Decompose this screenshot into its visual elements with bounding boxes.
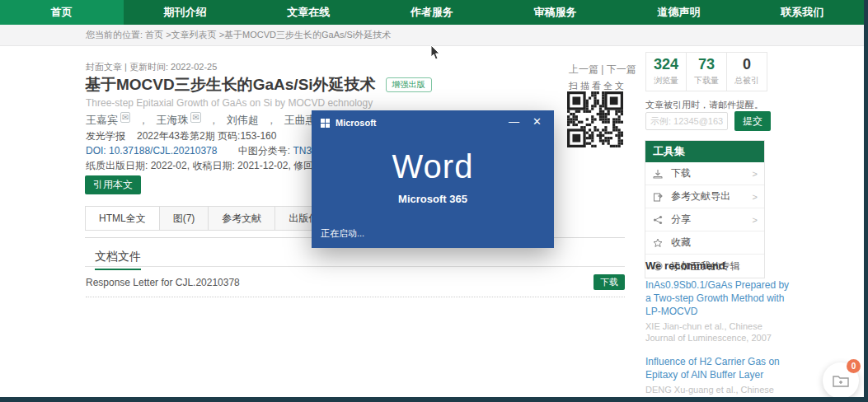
album-count-badge: 0	[847, 359, 861, 373]
journal-issue: 2022年43卷第2期 页码:153-160	[137, 130, 276, 142]
article-tabs: HTML全文图(7)参考文献出版信息	[85, 206, 342, 231]
submit-button[interactable]: 提交	[734, 111, 771, 131]
microsoft-logo-icon	[321, 119, 330, 128]
recommend-list: InAs0.9Sb0.1/GaAs Prepared by a Two-step…	[645, 278, 792, 402]
stat-value: 0	[743, 57, 751, 73]
author-link[interactable]: 王海珠	[156, 114, 188, 126]
scan-fulltext-label: 扫描看全文	[569, 80, 626, 92]
recommend-item-1: InAs0.9Sb0.1/GaAs Prepared by a Two-step…	[645, 278, 792, 344]
author-separator: ，	[266, 114, 277, 126]
stat-cell-2: 73下载量	[687, 53, 727, 91]
author-separator: ，	[209, 114, 219, 126]
article-meta: 封面文章 | 更新时间: 2022-02-25	[86, 61, 217, 73]
recommend-section-title: We recommend	[645, 259, 725, 272]
breadcrumb-text: 您当前的位置: 首页 >文章列表页 >基于MOCVD三步生长的GaAs/Si外延…	[86, 29, 391, 41]
email-icon[interactable]: ✉	[190, 112, 200, 123]
window-frame-right	[864, 0, 868, 402]
tool-label: 参考文献导出	[671, 189, 753, 203]
tool-item-4[interactable]: 收藏	[645, 231, 764, 255]
tool-item-2[interactable]: 参考文献导出>	[645, 185, 764, 208]
citation-alert-text: 文章被引用时，请邮件提醒。	[645, 99, 763, 111]
stat-label: 总被引	[734, 75, 759, 86]
author-separator: ，	[138, 114, 148, 126]
tool-label: 收藏	[671, 236, 758, 250]
minimize-icon[interactable]: —	[509, 115, 519, 128]
share-icon	[652, 214, 664, 226]
author-link[interactable]: 王嘉宾	[86, 114, 118, 126]
word-titlebar: Microsoft	[321, 118, 377, 128]
recommend-article-link[interactable]: Influence of H2 Carrier Gas on Epitaxy o…	[645, 355, 792, 381]
nav-item-2[interactable]: 期刊介绍	[124, 0, 247, 25]
publication-dates: 纸质出版日期: 2022-02, 收稿日期: 2021-12-02, 修回日	[86, 159, 323, 173]
chevron-right-icon: >	[753, 169, 758, 179]
email-alert-input[interactable]	[645, 112, 728, 130]
nav-item-1[interactable]: 首页	[0, 0, 124, 25]
stat-value: 73	[698, 57, 715, 73]
clc-label: 中图分类号:	[238, 145, 290, 157]
tool-label: 分享	[671, 213, 753, 227]
toolset-header: 工具集	[645, 141, 764, 162]
recommend-article-source: XIE Jian-chun et al., Chinese Journal of…	[645, 320, 792, 345]
file-download-button[interactable]: 下载	[594, 274, 625, 290]
document-file-row: Response Letter for CJL.20210378 下载	[86, 274, 625, 297]
breadcrumb: 您当前的位置: 首页 >文章列表页 >基于MOCVD三步生长的GaAs/Si外延…	[0, 25, 864, 46]
close-icon[interactable]: ✕	[533, 115, 542, 128]
window-frame-bottom	[0, 397, 868, 402]
recommend-article-link[interactable]: InAs0.9Sb0.1/GaAs Prepared by a Two-step…	[645, 278, 792, 319]
word-splash-window: Microsoft — ✕ Word Microsoft 365 正在启动...	[312, 110, 554, 248]
stat-label: 下载量	[694, 75, 719, 86]
tab-1[interactable]: HTML全文	[85, 206, 160, 231]
article-stats: 324浏览量73下载量0总被引	[645, 52, 767, 91]
nav-item-4[interactable]: 作者服务	[370, 0, 494, 25]
stat-label: 浏览量	[654, 75, 678, 86]
doi-link[interactable]: 10.37188/CJL.20210378	[109, 145, 217, 157]
article-title-row: 基于MOCVD三步生长的GaAs/Si外延技术 增强出版	[85, 74, 432, 96]
doc-files-section-title: 文档文件	[95, 250, 141, 270]
folder-plus-icon	[833, 374, 849, 387]
star-icon	[652, 237, 664, 249]
word-app-name: Word	[312, 148, 554, 185]
export-references-icon	[652, 191, 664, 203]
toolset-panel: 工具集 下载>参考文献导出>分享>收藏添加至我的专辑	[645, 140, 765, 278]
nav-item-7[interactable]: 联系我们	[740, 0, 864, 25]
microsoft-brand-label: Microsoft	[335, 118, 377, 128]
tool-item-3[interactable]: 分享>	[645, 208, 764, 231]
qr-code	[567, 91, 623, 147]
stat-value: 324	[654, 57, 678, 73]
page-title: 基于MOCVD三步生长的GaAs/Si外延技术	[85, 74, 376, 96]
author-link[interactable]: 刘伟超	[227, 114, 259, 126]
recommend-item-2: Influence of H2 Carrier Gas on Epitaxy o…	[645, 355, 792, 402]
doc-section-divider	[85, 266, 625, 267]
main-nav: 首页期刊介绍文章在线作者服务审稿服务道德声明联系我们	[0, 0, 864, 25]
cite-article-button[interactable]: 引用本文	[85, 175, 141, 194]
chevron-right-icon: >	[753, 192, 758, 202]
tab-3[interactable]: 参考文献	[209, 206, 275, 231]
my-album-floating-button[interactable]: 0	[823, 362, 859, 399]
download-icon	[652, 168, 664, 180]
nav-item-3[interactable]: 文章在线	[246, 0, 370, 25]
prev-next-links[interactable]: 上一篇 | 下一篇	[569, 63, 636, 77]
word-starting-status: 正在启动...	[321, 227, 364, 240]
tool-item-1[interactable]: 下载>	[645, 162, 764, 185]
stat-cell-3: 0总被引	[727, 53, 767, 91]
journal-name-link[interactable]: 发光学报	[86, 130, 125, 142]
tool-label: 下载	[671, 166, 753, 180]
nav-item-6[interactable]: 道德声明	[617, 0, 741, 25]
email-icon[interactable]: ✉	[120, 112, 130, 123]
mouse-cursor	[430, 45, 441, 63]
file-name: Response Letter for CJL.20210378	[86, 277, 240, 288]
chevron-right-icon: >	[753, 215, 758, 225]
nav-item-5[interactable]: 审稿服务	[494, 0, 617, 25]
article-title-english: Three-step Epitaxial Growth of GaAs on S…	[86, 97, 373, 109]
stat-cell-1: 324浏览量	[646, 53, 687, 91]
tab-2[interactable]: 图(7)	[160, 206, 209, 231]
doi-line: DOI: 10.37188/CJL.20210378 中图分类号: TN304.…	[86, 144, 331, 158]
microsoft-365-label: Microsoft 365	[312, 193, 554, 205]
journal-line: 发光学报2022年43卷第2期 页码:153-160	[86, 129, 276, 143]
enhanced-publication-badge: 增强出版	[386, 77, 432, 92]
doi-label: DOI:	[86, 145, 106, 157]
browser-viewport: 首页期刊介绍文章在线作者服务审稿服务道德声明联系我们 您当前的位置: 首页 >文…	[0, 0, 868, 402]
